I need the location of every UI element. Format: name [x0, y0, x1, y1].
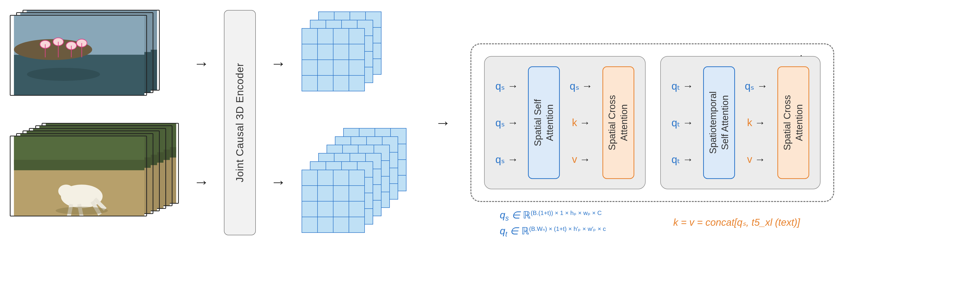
svg-rect-193	[318, 186, 333, 201]
svg-point-58	[58, 184, 74, 198]
cross-attention-box: Spatial CrossAttention	[603, 66, 634, 179]
svg-rect-96	[302, 44, 318, 60]
kv-equation: k = v = concat[qₛ, t5_xl (text)]	[673, 217, 800, 238]
svg-rect-104	[302, 75, 318, 91]
arrow-icon: →	[270, 56, 286, 71]
svg-rect-101	[318, 60, 333, 75]
svg-rect-203	[349, 217, 364, 233]
arrow-icon: →	[508, 153, 518, 165]
attn-input-label: v	[572, 154, 577, 165]
svg-rect-196	[302, 201, 318, 217]
attn-input-label: qₜ	[671, 154, 680, 165]
svg-rect-202	[333, 217, 349, 233]
arrows-to-encoder: → →	[194, 56, 209, 190]
arrow-icon: →	[194, 174, 209, 190]
arrow-icon: →	[580, 116, 590, 129]
svg-rect-97	[318, 44, 333, 60]
svg-rect-190	[333, 170, 349, 186]
svg-rect-98	[333, 44, 349, 60]
repeated-block-wrap: qₛ→qₛ→qₛ→Spatial SelfAttentionqₛ→k→v→Spa…	[470, 43, 834, 202]
encoder-block: Joint Causal 3D Encoder	[224, 10, 256, 235]
image-stack-bottom	[10, 123, 179, 235]
svg-rect-195	[349, 186, 364, 201]
svg-rect-92	[302, 29, 318, 44]
arrow-icon: →	[435, 115, 451, 130]
latent-cubes	[301, 11, 415, 235]
attn-input-label: qₛ	[495, 117, 505, 129]
qs-equation: qs ∈ ℝ(B.(1+t)) × 1 × hₚ × wₚ × C	[500, 210, 606, 222]
q-shape-equations: qs ∈ ℝ(B.(1+t)) × 1 × hₚ × wₚ × C qt ∈ ℝ…	[500, 210, 606, 238]
svg-rect-188	[302, 170, 318, 186]
attn-input-label: k	[572, 117, 577, 129]
arrow-icon: →	[682, 80, 694, 92]
image-frame	[10, 136, 147, 216]
svg-rect-199	[349, 201, 364, 217]
attn-input-label: v	[747, 154, 752, 165]
svg-rect-103	[349, 60, 364, 75]
svg-rect-102	[333, 60, 349, 75]
arrow-icon: →	[508, 116, 518, 129]
attn-input-label: qₛ	[495, 80, 505, 92]
arrow-icon: →	[270, 174, 286, 190]
attn-input-label: qₜ	[671, 117, 680, 129]
self-attention-box: Spatial SelfAttention	[528, 66, 560, 179]
latent-cube-bottom	[301, 127, 415, 235]
svg-point-23	[27, 68, 100, 81]
attn-input-label: qₛ	[495, 154, 505, 165]
arrow-icon: →	[580, 153, 590, 165]
qt-equation: qt ∈ ℝ(B.Wₙ) × (1+t) × h′ₚ × w′ₚ × c	[500, 225, 606, 238]
arrow-icon: →	[508, 80, 518, 92]
input-stacks	[10, 10, 179, 235]
spatiotemporal-attn-group: qₜ→qₜ→qₜ→SpatiotemporalSelf Attentionqₛ→…	[660, 56, 821, 189]
svg-rect-198	[333, 201, 349, 217]
svg-rect-106	[333, 75, 349, 91]
latent-cube-top	[301, 11, 415, 93]
image-frame	[10, 15, 147, 96]
svg-rect-197	[318, 201, 333, 217]
attn-input-label: k	[747, 117, 752, 129]
svg-rect-189	[318, 170, 333, 186]
svg-rect-56	[14, 160, 144, 170]
arrow-icon: →	[682, 153, 694, 165]
self-attention-box: SpatiotemporalSelf Attention	[703, 66, 735, 179]
svg-point-59	[56, 206, 108, 214]
svg-rect-200	[302, 217, 318, 233]
cross-attention-box: Spatial CrossAttention	[777, 66, 809, 179]
arrow-icon: →	[755, 116, 765, 129]
svg-rect-192	[302, 186, 318, 201]
image-stack-top	[10, 10, 160, 103]
arrow-icon: →	[755, 153, 765, 165]
svg-rect-105	[318, 75, 333, 91]
svg-rect-93	[318, 29, 333, 44]
svg-rect-194	[333, 186, 349, 201]
svg-rect-99	[349, 44, 364, 60]
spatial-attn-group: qₛ→qₛ→qₛ→Spatial SelfAttentionqₛ→k→v→Spa…	[484, 56, 646, 189]
transformer-section: × L qₛ→qₛ→qₛ→Spatial SelfAttentionqₛ→k→v…	[470, 43, 834, 202]
svg-rect-107	[349, 75, 364, 91]
svg-rect-201	[318, 217, 333, 233]
arrow-icon: →	[682, 116, 694, 129]
attn-input-label: qₜ	[671, 80, 680, 92]
arrow-icon: →	[757, 80, 768, 92]
attn-input-label: qₛ	[745, 80, 754, 92]
attn-input-label: qₛ	[570, 80, 579, 92]
arrow-icon: →	[194, 56, 209, 71]
arrows-to-latents: → →	[270, 56, 286, 190]
svg-rect-95	[349, 29, 364, 44]
equations: qs ∈ ℝ(B.(1+t)) × 1 × hₚ × wₚ × C qt ∈ ℝ…	[470, 202, 834, 238]
svg-rect-94	[333, 29, 349, 44]
arrow-icon: →	[582, 80, 593, 92]
svg-rect-191	[349, 170, 364, 186]
encoder-label: Joint Causal 3D Encoder	[234, 63, 246, 183]
svg-rect-100	[302, 60, 318, 75]
